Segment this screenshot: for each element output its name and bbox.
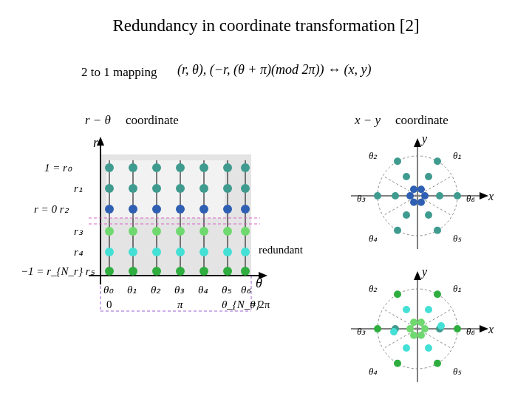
svg-point-130 bbox=[390, 328, 398, 335]
mapping-equation: (r, θ), (−r, (θ + π)(mod 2π)) ↔ (x, y) bbox=[177, 62, 371, 78]
svg-point-121 bbox=[394, 290, 401, 298]
svg-point-133 bbox=[410, 318, 417, 326]
svg-point-53 bbox=[105, 267, 114, 276]
svg-text:θ₆: θ₆ bbox=[466, 326, 475, 337]
svg-point-98 bbox=[394, 227, 401, 234]
svg-text:θ₂: θ₂ bbox=[151, 284, 161, 296]
svg-point-89 bbox=[425, 173, 432, 180]
svg-point-59 bbox=[241, 267, 250, 276]
mapping-label: 2 to 1 mapping bbox=[81, 65, 157, 80]
svg-point-25 bbox=[105, 184, 114, 193]
svg-point-33 bbox=[129, 205, 137, 214]
svg-line-81 bbox=[383, 196, 417, 216]
svg-line-78 bbox=[417, 176, 452, 196]
svg-point-128 bbox=[425, 344, 432, 352]
svg-point-125 bbox=[425, 306, 432, 313]
svg-text:θ₃: θ₃ bbox=[357, 326, 366, 337]
svg-point-135 bbox=[410, 332, 417, 339]
svg-point-28 bbox=[176, 184, 185, 193]
svg-text:= 2π: = 2π bbox=[250, 299, 270, 310]
r-label-1: r₁ bbox=[74, 182, 83, 195]
svg-point-24 bbox=[241, 163, 250, 172]
svg-text:y: y bbox=[420, 266, 428, 279]
svg-point-47 bbox=[129, 248, 137, 256]
r-label-0: 1 = r₀ bbox=[44, 161, 72, 174]
svg-point-56 bbox=[176, 267, 185, 276]
svg-line-79 bbox=[383, 176, 417, 196]
redundant-label: redundant bbox=[259, 244, 303, 256]
svg-point-23 bbox=[223, 163, 232, 172]
svg-marker-111 bbox=[414, 271, 421, 280]
svg-text:θ₆: θ₆ bbox=[466, 193, 475, 204]
svg-point-122 bbox=[374, 325, 381, 332]
svg-point-20 bbox=[152, 163, 161, 172]
svg-text:θ: θ bbox=[256, 276, 262, 290]
svg-text:θ₄: θ₄ bbox=[369, 366, 378, 377]
svg-text:θ₄: θ₄ bbox=[198, 284, 208, 296]
svg-text:θ₃: θ₃ bbox=[357, 193, 366, 204]
svg-point-35 bbox=[176, 205, 185, 214]
svg-point-86 bbox=[410, 199, 417, 206]
svg-text:θ₁: θ₁ bbox=[453, 150, 461, 161]
svg-text:θ₆: θ₆ bbox=[241, 284, 251, 296]
svg-point-39 bbox=[105, 227, 114, 236]
svg-point-54 bbox=[129, 267, 137, 276]
svg-point-46 bbox=[105, 248, 114, 256]
svg-point-22 bbox=[200, 163, 208, 172]
svg-text:0: 0 bbox=[106, 299, 112, 310]
svg-text:θ₅: θ₅ bbox=[222, 284, 232, 296]
svg-text:x: x bbox=[488, 190, 494, 202]
svg-point-95 bbox=[434, 157, 441, 165]
svg-text:θ₂: θ₂ bbox=[369, 150, 378, 161]
svg-point-49 bbox=[176, 248, 185, 256]
svg-point-18 bbox=[105, 163, 114, 172]
svg-point-84 bbox=[410, 185, 417, 193]
svg-text:r: r bbox=[93, 137, 99, 150]
svg-point-129 bbox=[437, 322, 445, 330]
svg-point-91 bbox=[392, 192, 399, 200]
xy-circle-lower: x y θ₁ θ₂ θ₃ θ₄ θ₅ θ₆ bbox=[336, 266, 499, 392]
svg-point-52 bbox=[241, 248, 250, 256]
svg-line-116 bbox=[383, 329, 417, 349]
xy-circle-upper: x y θ₁ θ₂ θ₃ θ₄ θ₅ θ₆ bbox=[336, 133, 499, 259]
svg-point-96 bbox=[394, 157, 401, 165]
page-title: Redundancy in coordinate transformation … bbox=[0, 16, 532, 35]
right-coord-prefix: x − y bbox=[355, 113, 381, 128]
svg-point-97 bbox=[374, 192, 381, 200]
svg-point-44 bbox=[223, 227, 232, 236]
svg-point-119 bbox=[454, 325, 461, 332]
svg-marker-109 bbox=[480, 325, 488, 332]
svg-point-30 bbox=[223, 184, 232, 193]
svg-point-120 bbox=[434, 290, 441, 298]
svg-point-136 bbox=[417, 332, 425, 339]
svg-point-85 bbox=[406, 192, 414, 200]
svg-point-40 bbox=[129, 227, 137, 236]
svg-marker-76 bbox=[414, 138, 421, 147]
svg-point-99 bbox=[434, 227, 441, 234]
r-label-3: r₃ bbox=[74, 225, 83, 238]
svg-point-19 bbox=[129, 163, 137, 172]
svg-point-90 bbox=[403, 173, 410, 180]
svg-point-34 bbox=[152, 205, 161, 214]
right-coord-header: coordinate bbox=[395, 113, 449, 128]
svg-text:π: π bbox=[177, 299, 183, 310]
svg-point-43 bbox=[200, 227, 208, 236]
svg-point-127 bbox=[403, 344, 410, 352]
svg-point-123 bbox=[394, 360, 401, 367]
svg-point-57 bbox=[200, 267, 208, 276]
svg-point-88 bbox=[436, 192, 443, 200]
svg-point-32 bbox=[105, 205, 114, 214]
svg-point-21 bbox=[176, 163, 185, 172]
svg-line-115 bbox=[417, 329, 452, 349]
svg-point-124 bbox=[434, 360, 441, 367]
svg-point-37 bbox=[223, 205, 232, 214]
svg-point-83 bbox=[417, 185, 425, 193]
svg-line-113 bbox=[417, 309, 452, 329]
svg-text:θ₄: θ₄ bbox=[369, 233, 378, 244]
r-label-5: −1 = r_{N_r} r₅ bbox=[21, 265, 95, 278]
svg-point-42 bbox=[176, 227, 185, 236]
svg-point-38 bbox=[241, 205, 250, 214]
svg-point-55 bbox=[152, 267, 161, 276]
svg-point-27 bbox=[152, 184, 161, 193]
svg-point-50 bbox=[200, 248, 208, 256]
